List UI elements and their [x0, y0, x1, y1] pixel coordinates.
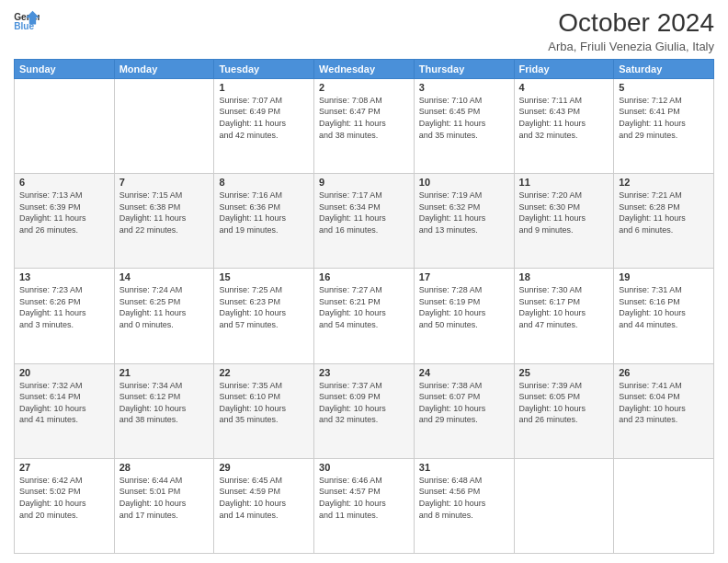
- day-detail: Sunrise: 7:31 AM Sunset: 6:16 PM Dayligh…: [619, 284, 709, 330]
- logo-icon: General Blue: [14, 9, 40, 31]
- day-detail: Sunrise: 6:48 AM Sunset: 4:56 PM Dayligh…: [419, 475, 509, 521]
- calendar-day-cell: 14Sunrise: 7:24 AM Sunset: 6:25 PM Dayli…: [114, 269, 214, 363]
- location: Arba, Friuli Venezia Giulia, Italy: [548, 40, 714, 53]
- day-detail: Sunrise: 7:17 AM Sunset: 6:34 PM Dayligh…: [319, 190, 409, 236]
- day-number: 29: [219, 462, 309, 473]
- day-number: 10: [419, 177, 509, 188]
- day-number: 11: [519, 177, 609, 188]
- calendar-day-cell: 29Sunrise: 6:45 AM Sunset: 4:59 PM Dayli…: [214, 458, 314, 553]
- month-year: October 2024: [548, 9, 714, 38]
- day-detail: Sunrise: 7:34 AM Sunset: 6:12 PM Dayligh…: [119, 380, 210, 426]
- day-detail: Sunrise: 7:37 AM Sunset: 6:09 PM Dayligh…: [319, 380, 409, 426]
- calendar-day-cell: 13Sunrise: 7:23 AM Sunset: 6:26 PM Dayli…: [15, 269, 115, 363]
- calendar-day-cell: 31Sunrise: 6:48 AM Sunset: 4:56 PM Dayli…: [414, 458, 514, 553]
- calendar-day-cell: 2Sunrise: 7:08 AM Sunset: 6:47 PM Daylig…: [314, 78, 415, 173]
- calendar-day-cell: 5Sunrise: 7:12 AM Sunset: 6:41 PM Daylig…: [614, 78, 714, 173]
- day-number: 12: [619, 177, 709, 188]
- day-detail: Sunrise: 6:46 AM Sunset: 4:57 PM Dayligh…: [319, 475, 409, 521]
- day-number: 30: [319, 462, 409, 473]
- calendar-day-cell: 21Sunrise: 7:34 AM Sunset: 6:12 PM Dayli…: [114, 363, 214, 458]
- calendar-body: 1Sunrise: 7:07 AM Sunset: 6:49 PM Daylig…: [15, 78, 714, 553]
- day-number: 13: [19, 271, 109, 282]
- day-number: 28: [119, 462, 210, 473]
- day-detail: Sunrise: 7:10 AM Sunset: 6:45 PM Dayligh…: [419, 95, 509, 141]
- day-number: 20: [19, 367, 109, 378]
- calendar-header-cell: Friday: [514, 59, 614, 78]
- day-number: 17: [419, 271, 509, 282]
- logo: General Blue: [14, 9, 40, 31]
- day-number: 14: [119, 271, 210, 282]
- day-detail: Sunrise: 7:11 AM Sunset: 6:43 PM Dayligh…: [519, 95, 609, 141]
- calendar-header-cell: Thursday: [414, 59, 514, 78]
- day-number: 27: [19, 462, 109, 473]
- day-number: 24: [419, 367, 509, 378]
- calendar-day-cell: 15Sunrise: 7:25 AM Sunset: 6:23 PM Dayli…: [214, 269, 314, 363]
- calendar-header-cell: Saturday: [614, 59, 714, 78]
- day-detail: Sunrise: 7:20 AM Sunset: 6:30 PM Dayligh…: [519, 190, 609, 236]
- day-number: 31: [419, 462, 509, 473]
- day-number: 22: [219, 367, 309, 378]
- calendar-day-cell: 12Sunrise: 7:21 AM Sunset: 6:28 PM Dayli…: [614, 174, 714, 269]
- calendar-week-row: 1Sunrise: 7:07 AM Sunset: 6:49 PM Daylig…: [15, 78, 714, 173]
- day-detail: Sunrise: 7:28 AM Sunset: 6:19 PM Dayligh…: [419, 284, 509, 330]
- calendar-week-row: 13Sunrise: 7:23 AM Sunset: 6:26 PM Dayli…: [15, 269, 714, 363]
- calendar-day-cell: 9Sunrise: 7:17 AM Sunset: 6:34 PM Daylig…: [314, 174, 415, 269]
- calendar-day-cell: [514, 458, 614, 553]
- calendar-header-cell: Wednesday: [314, 59, 415, 78]
- calendar-day-cell: 10Sunrise: 7:19 AM Sunset: 6:32 PM Dayli…: [414, 174, 514, 269]
- day-detail: Sunrise: 7:25 AM Sunset: 6:23 PM Dayligh…: [219, 284, 309, 330]
- header: General Blue October 2024 Arba, Friuli V…: [14, 9, 714, 53]
- calendar-header-cell: Tuesday: [214, 59, 314, 78]
- calendar-header-cell: Monday: [114, 59, 214, 78]
- calendar-header-cell: Sunday: [15, 59, 115, 78]
- day-detail: Sunrise: 7:30 AM Sunset: 6:17 PM Dayligh…: [519, 284, 609, 330]
- day-detail: Sunrise: 7:15 AM Sunset: 6:38 PM Dayligh…: [119, 190, 210, 236]
- day-number: 2: [319, 82, 409, 93]
- day-detail: Sunrise: 7:08 AM Sunset: 6:47 PM Dayligh…: [319, 95, 409, 141]
- page: General Blue October 2024 Arba, Friuli V…: [0, 0, 728, 563]
- day-detail: Sunrise: 7:21 AM Sunset: 6:28 PM Dayligh…: [619, 190, 709, 236]
- calendar-day-cell: 1Sunrise: 7:07 AM Sunset: 6:49 PM Daylig…: [214, 78, 314, 173]
- calendar-day-cell: [15, 78, 115, 173]
- day-number: 21: [119, 367, 210, 378]
- calendar-day-cell: 6Sunrise: 7:13 AM Sunset: 6:39 PM Daylig…: [15, 174, 115, 269]
- day-number: 7: [119, 177, 210, 188]
- day-detail: Sunrise: 6:42 AM Sunset: 5:02 PM Dayligh…: [19, 475, 109, 521]
- calendar-day-cell: 25Sunrise: 7:39 AM Sunset: 6:05 PM Dayli…: [514, 363, 614, 458]
- day-number: 5: [619, 82, 709, 93]
- day-number: 4: [519, 82, 609, 93]
- calendar-day-cell: 30Sunrise: 6:46 AM Sunset: 4:57 PM Dayli…: [314, 458, 415, 553]
- calendar-day-cell: 27Sunrise: 6:42 AM Sunset: 5:02 PM Dayli…: [15, 458, 115, 553]
- day-detail: Sunrise: 7:13 AM Sunset: 6:39 PM Dayligh…: [19, 190, 109, 236]
- day-detail: Sunrise: 7:39 AM Sunset: 6:05 PM Dayligh…: [519, 380, 609, 426]
- day-number: 9: [319, 177, 409, 188]
- calendar-day-cell: 22Sunrise: 7:35 AM Sunset: 6:10 PM Dayli…: [214, 363, 314, 458]
- calendar-day-cell: 8Sunrise: 7:16 AM Sunset: 6:36 PM Daylig…: [214, 174, 314, 269]
- calendar-day-cell: 11Sunrise: 7:20 AM Sunset: 6:30 PM Dayli…: [514, 174, 614, 269]
- day-detail: Sunrise: 7:16 AM Sunset: 6:36 PM Dayligh…: [219, 190, 309, 236]
- day-detail: Sunrise: 7:19 AM Sunset: 6:32 PM Dayligh…: [419, 190, 509, 236]
- day-number: 23: [319, 367, 409, 378]
- day-detail: Sunrise: 7:35 AM Sunset: 6:10 PM Dayligh…: [219, 380, 309, 426]
- day-number: 15: [219, 271, 309, 282]
- calendar-day-cell: 24Sunrise: 7:38 AM Sunset: 6:07 PM Dayli…: [414, 363, 514, 458]
- calendar-day-cell: 4Sunrise: 7:11 AM Sunset: 6:43 PM Daylig…: [514, 78, 614, 173]
- day-number: 19: [619, 271, 709, 282]
- calendar-day-cell: 28Sunrise: 6:44 AM Sunset: 5:01 PM Dayli…: [114, 458, 214, 553]
- day-detail: Sunrise: 6:45 AM Sunset: 4:59 PM Dayligh…: [219, 475, 309, 521]
- day-number: 18: [519, 271, 609, 282]
- day-number: 16: [319, 271, 409, 282]
- calendar-day-cell: 26Sunrise: 7:41 AM Sunset: 6:04 PM Dayli…: [614, 363, 714, 458]
- day-detail: Sunrise: 7:32 AM Sunset: 6:14 PM Dayligh…: [19, 380, 109, 426]
- day-number: 3: [419, 82, 509, 93]
- day-number: 26: [619, 367, 709, 378]
- title-block: October 2024 Arba, Friuli Venezia Giulia…: [548, 9, 714, 53]
- day-detail: Sunrise: 7:41 AM Sunset: 6:04 PM Dayligh…: [619, 380, 709, 426]
- calendar-day-cell: [114, 78, 214, 173]
- calendar-week-row: 20Sunrise: 7:32 AM Sunset: 6:14 PM Dayli…: [15, 363, 714, 458]
- day-detail: Sunrise: 7:12 AM Sunset: 6:41 PM Dayligh…: [619, 95, 709, 141]
- day-detail: Sunrise: 7:38 AM Sunset: 6:07 PM Dayligh…: [419, 380, 509, 426]
- calendar-day-cell: 19Sunrise: 7:31 AM Sunset: 6:16 PM Dayli…: [614, 269, 714, 363]
- day-detail: Sunrise: 7:07 AM Sunset: 6:49 PM Dayligh…: [219, 95, 309, 141]
- day-number: 25: [519, 367, 609, 378]
